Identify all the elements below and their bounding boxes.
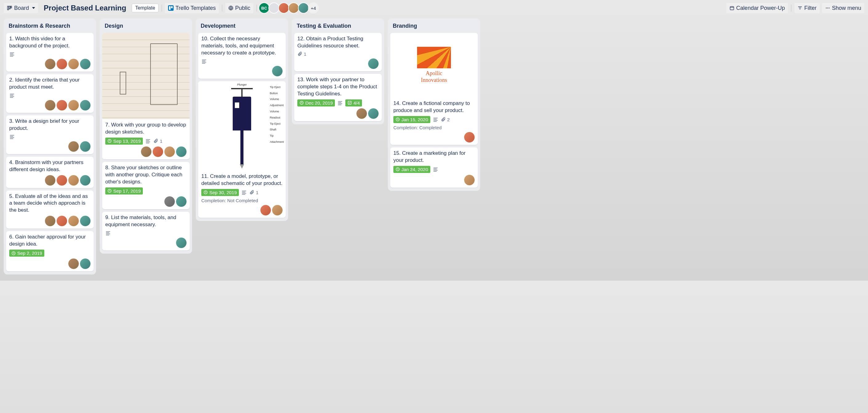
avatar[interactable] [269, 2, 279, 13]
template-badge[interactable]: Template [132, 4, 158, 12]
card[interactable]: 12. Obtain a Product Testing Guidelines … [294, 33, 382, 71]
card[interactable]: 4. Brainstorm with your partners differe… [6, 157, 94, 188]
card[interactable]: 1. Watch this video for a background of … [6, 33, 94, 72]
list-title[interactable]: Development [198, 22, 286, 30]
due-date-badge[interactable]: Sep 30, 2019 [201, 189, 239, 196]
member-avatar[interactable] [260, 205, 271, 215]
card-title: 6. Gain teacher approval for your design… [9, 233, 91, 248]
description-icon [337, 100, 343, 105]
description-icon [433, 166, 438, 172]
show-menu-button[interactable]: Show menu [822, 3, 864, 13]
member-avatar[interactable] [80, 141, 91, 152]
member-avatar[interactable] [272, 205, 283, 215]
member-avatar[interactable] [57, 100, 67, 110]
list-title[interactable]: Design [102, 22, 190, 30]
member-avatar[interactable] [141, 147, 151, 157]
card-title: 3. Write a design brief for your product… [9, 118, 91, 132]
card[interactable]: 10. Collect the necessary materials, too… [198, 33, 286, 79]
board-title[interactable]: Project Based Learning [41, 4, 129, 12]
workspace-button[interactable]: Trello Templates [165, 3, 219, 13]
member-avatar[interactable] [80, 100, 91, 110]
card[interactable]: 5. Evaluate all of the ideas and as a te… [6, 190, 94, 229]
member-avatar[interactable] [68, 141, 79, 152]
card-badges: 1 [297, 52, 379, 57]
member-avatar[interactable] [68, 216, 79, 226]
card[interactable]: 6. Gain teacher approval for your design… [6, 231, 94, 272]
attachment-badge: 1 [249, 190, 258, 195]
member-avatar[interactable] [176, 196, 187, 207]
card[interactable]: 7. Work with your group to develop desig… [102, 33, 190, 159]
card[interactable]: 3. Write a design brief for your product… [6, 116, 94, 154]
calendar-icon [730, 5, 735, 10]
card[interactable]: PlungerTip EjectButtonVolumeAdjustmentVo… [198, 81, 286, 218]
member-avatar[interactable] [68, 258, 79, 269]
card-title: 14. Create a fictional company to produc… [393, 100, 475, 114]
filter-button[interactable]: Filter [795, 3, 820, 13]
due-date-badge[interactable]: Jan 15, 2020 [393, 116, 430, 123]
member-avatar[interactable] [176, 147, 187, 157]
member-avatar[interactable] [45, 175, 55, 186]
member-avatar[interactable] [80, 258, 91, 269]
list-title[interactable]: Testing & Evaluation [294, 22, 382, 30]
card-badges: Dec 20, 20194/4 [297, 99, 379, 106]
member-avatar[interactable] [164, 147, 175, 157]
member-avatar[interactable] [68, 175, 79, 186]
card-members [9, 175, 91, 186]
member-avatar[interactable] [68, 59, 79, 69]
svg-rect-0 [7, 6, 9, 10]
card[interactable]: 8. Share your sketches or outline with a… [102, 162, 190, 209]
due-date-badge[interactable]: Sep 17, 2019 [105, 187, 143, 194]
avatar[interactable] [278, 2, 289, 13]
member-avatar[interactable] [153, 147, 163, 157]
card[interactable]: 2. Identify the criteria that your produ… [6, 74, 94, 113]
due-date-badge[interactable]: Sep 13, 2019 [105, 137, 143, 145]
member-avatar[interactable] [464, 132, 475, 142]
calendar-powerup-button[interactable]: Calendar Power-Up [726, 3, 788, 13]
completion-label: Completion: Not Completed [201, 198, 283, 203]
due-date-badge[interactable]: Jan 24, 2020 [393, 166, 430, 173]
board-canvas: Brainstorm & Research1. Watch this video… [0, 16, 868, 281]
card[interactable]: 13. Work with your partner to complete s… [294, 74, 382, 121]
card-badges [201, 59, 283, 64]
svg-rect-4 [169, 6, 170, 10]
card-members [9, 258, 91, 269]
card-title: 11. Create a model, prototype, or detail… [201, 173, 283, 187]
member-avatar[interactable] [272, 66, 283, 76]
visibility-button[interactable]: Public [225, 3, 253, 13]
member-avatar[interactable] [45, 216, 55, 226]
card[interactable]: 9. List the materials, tools, and equipm… [102, 212, 190, 251]
avatar[interactable]: BC [258, 2, 270, 13]
member-avatar[interactable] [57, 216, 67, 226]
board-members[interactable]: BC +4 [260, 2, 319, 13]
member-avatar[interactable] [45, 100, 55, 110]
avatar[interactable] [288, 2, 299, 13]
member-avatar[interactable] [57, 175, 67, 186]
card[interactable]: 15. Create a marketing plan for your pro… [390, 148, 478, 188]
due-date-badge[interactable]: Sep 2, 2019 [9, 250, 44, 257]
card-members [393, 132, 475, 142]
member-avatar[interactable] [464, 175, 475, 185]
avatar-overflow[interactable]: +4 [308, 2, 319, 13]
member-avatar[interactable] [80, 59, 91, 69]
member-avatar[interactable] [164, 196, 175, 207]
member-avatar[interactable] [176, 237, 187, 248]
card-members [105, 237, 187, 248]
member-avatar[interactable] [68, 100, 79, 110]
card[interactable]: ApollicInnovations14. Create a fictional… [390, 33, 478, 145]
list-title[interactable]: Branding [390, 22, 478, 30]
member-avatar[interactable] [57, 59, 67, 69]
view-switcher[interactable]: Board [4, 3, 38, 13]
list-title[interactable]: Brainstorm & Research [6, 22, 94, 30]
divider [791, 5, 792, 11]
card-cover-image: PlungerTip EjectButtonVolumeAdjustmentVo… [198, 81, 286, 170]
member-avatar[interactable] [80, 175, 91, 186]
member-avatar[interactable] [80, 216, 91, 226]
member-avatar[interactable] [45, 59, 55, 69]
member-avatar[interactable] [368, 108, 379, 119]
description-icon [9, 52, 15, 57]
member-avatar[interactable] [356, 108, 367, 119]
card-badges [9, 52, 91, 57]
member-avatar[interactable] [368, 59, 379, 69]
avatar[interactable] [298, 2, 309, 13]
due-date-badge[interactable]: Dec 20, 2019 [297, 99, 335, 106]
